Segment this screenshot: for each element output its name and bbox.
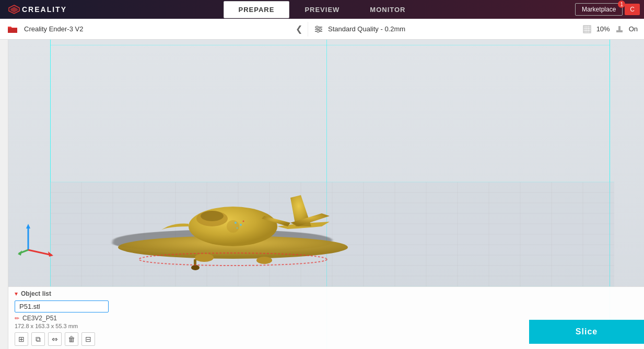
3d-viewport[interactable]: ▾ Object list ✏ CE3V2_P51 172.8 x 163.3 … — [8, 40, 644, 349]
svg-point-57 — [240, 224, 242, 226]
folder-button[interactable] — [5, 22, 20, 37]
marketplace-button[interactable]: Marketplace 1 — [575, 3, 623, 16]
support-value-label: On — [629, 25, 638, 33]
marketplace-badge: 1 — [618, 1, 625, 8]
infill-icon — [583, 25, 591, 33]
pencil-icon: ✏ — [15, 315, 19, 322]
app-logo: CREALITY — [0, 5, 75, 14]
svg-point-58 — [237, 227, 238, 229]
delete-button[interactable]: 🗑 — [65, 332, 78, 346]
secondary-toolbar: Creality Ender-3 V2 ❮ Standard Quality -… — [0, 19, 644, 40]
aircraft-model — [102, 146, 364, 286]
settings2-button[interactable]: ⊟ — [81, 332, 95, 346]
printer-name-label: Creality Ender-3 V2 — [24, 25, 291, 33]
svg-point-6 — [319, 28, 321, 30]
duplicate-button[interactable]: ⊞ — [15, 332, 28, 346]
slice-button[interactable]: Slice — [529, 320, 644, 344]
svg-marker-63 — [48, 251, 53, 257]
svg-marker-61 — [26, 224, 30, 228]
main-area: ▾ Object list ✏ CE3V2_P51 172.8 x 163.3 … — [0, 40, 644, 349]
svg-point-7 — [317, 30, 319, 32]
marketplace-label: Marketplace — [582, 6, 616, 13]
tab-preview[interactable]: PREVIEW — [289, 1, 355, 18]
support-icon — [615, 25, 624, 33]
svg-rect-16 — [616, 30, 623, 32]
top-navigation: CREALITY PREPARE PREVIEW MONITOR Marketp… — [0, 0, 644, 19]
svg-marker-1 — [10, 7, 18, 13]
user-button[interactable]: C — [625, 4, 640, 15]
svg-point-53 — [191, 265, 200, 270]
boundary-line-top — [50, 45, 610, 45]
creality-logo-icon — [8, 5, 20, 14]
axis-indicator — [18, 221, 54, 258]
object-list-title: Object list — [21, 290, 51, 297]
left-sidebar — [0, 40, 8, 349]
nav-tab-group: PREPARE PREVIEW MONITOR — [223, 1, 420, 18]
svg-point-50 — [195, 254, 214, 262]
object-list-header: ▾ Object list — [15, 290, 638, 297]
svg-point-51 — [256, 257, 272, 264]
mirror-button[interactable]: ⇔ — [48, 332, 62, 346]
svg-rect-15 — [618, 26, 620, 30]
object-config-label: CE3V2_P51 — [22, 315, 57, 322]
quality-label: Standard Quality - 0.2mm — [328, 25, 405, 33]
object-list-chevron[interactable]: ▾ — [15, 290, 18, 297]
tab-prepare[interactable]: PREPARE — [223, 1, 289, 18]
nav-right-area: Marketplace 1 C — [575, 3, 644, 16]
duplicate2-button[interactable]: ⧉ — [31, 332, 45, 346]
printer-chevron-button[interactable]: ❮ — [296, 24, 302, 34]
svg-point-5 — [316, 26, 318, 28]
folder-icon — [7, 25, 18, 34]
svg-point-59 — [243, 221, 244, 222]
svg-marker-65 — [18, 250, 22, 256]
app-name: CREALITY — [22, 5, 67, 14]
aircraft-svg — [102, 146, 364, 286]
infill-value-label: 10% — [596, 25, 610, 33]
printer-section: Creality Ender-3 V2 ❮ — [0, 22, 308, 37]
svg-point-49 — [201, 211, 224, 221]
svg-point-56 — [235, 222, 237, 224]
svg-point-54 — [227, 220, 239, 233]
quality-settings-icon — [314, 25, 323, 33]
quality-section: Standard Quality - 0.2mm 10% On — [308, 25, 644, 33]
tab-monitor[interactable]: MONITOR — [355, 1, 420, 18]
svg-line-62 — [28, 250, 52, 255]
object-filename-input[interactable] — [15, 300, 109, 312]
